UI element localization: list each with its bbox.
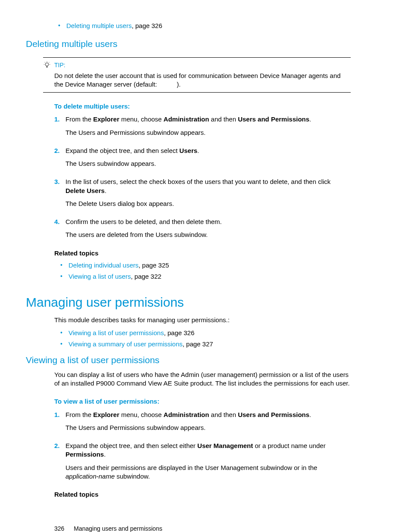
related-topics-heading: Related topics — [54, 490, 385, 499]
step-number: 1. — [54, 411, 65, 432]
related-topics-heading: Related topics — [54, 249, 385, 258]
related-topics-list: • Deleting individual users, page 325 • … — [60, 261, 385, 281]
ordered-list: 1. From the Explorer menu, choose Admini… — [54, 411, 385, 481]
ordered-list: 1. From the Explorer menu, choose Admini… — [54, 115, 385, 239]
step-text: From the Explorer menu, choose Administr… — [65, 115, 351, 124]
list-item: • Viewing a summary of user permissions,… — [60, 340, 385, 348]
link-deleting-multiple-users[interactable]: Deleting multiple users — [66, 22, 132, 29]
step-result: The Users subwindow appears. — [65, 159, 351, 168]
step-text: In the list of users, select the check b… — [65, 177, 351, 195]
link-viewing-list-user-permissions[interactable]: Viewing a list of user permissions — [68, 329, 164, 336]
tip-block: TIP: Do not delete the user account that… — [43, 57, 351, 93]
list-item: 1. From the Explorer menu, choose Admini… — [54, 411, 385, 432]
footer-chapter: Managing users and permissions — [74, 525, 162, 532]
section-heading-viewing-list-user-permissions: Viewing a list of user permissions — [26, 354, 385, 366]
section-intro: This module describes tasks for managing… — [54, 316, 385, 324]
list-item: 2. Expand the object tree, and then sele… — [54, 442, 385, 481]
svg-line-4 — [45, 62, 45, 62]
step-text: From the Explorer menu, choose Administr… — [65, 411, 351, 419]
step-result: The Users and Permissions subwindow appe… — [65, 128, 351, 137]
step-result: The users are deleted from the Users sub… — [65, 230, 351, 239]
list-item: 3. In the list of users, select the chec… — [54, 177, 385, 208]
lightbulb-icon — [43, 61, 52, 70]
tip-label: TIP: — [54, 61, 65, 69]
list-item: • Viewing a list of users, page 322 — [60, 272, 385, 281]
section-heading-deleting-multiple-users: Deleting multiple users — [26, 38, 385, 50]
page-ref: , page 322 — [131, 273, 162, 280]
bullet-icon: • — [60, 272, 62, 281]
step-number: 4. — [54, 218, 65, 240]
tip-body-text: Do not delete the user account that is u… — [54, 72, 351, 89]
list-item: 1. From the Explorer menu, choose Admini… — [54, 115, 385, 137]
bullet-icon: • — [58, 22, 60, 30]
step-result: Users and their permissions are displaye… — [65, 464, 351, 481]
divider — [43, 92, 351, 93]
step-number: 1. — [54, 115, 65, 137]
procedure-heading: To view a list of user permissions: — [54, 397, 385, 406]
link-deleting-individual-users[interactable]: Deleting individual users — [68, 261, 139, 269]
svg-line-5 — [49, 62, 50, 62]
step-number: 3. — [54, 177, 65, 208]
step-number: 2. — [54, 442, 65, 481]
list-item: • Viewing a list of user permissions, pa… — [60, 329, 385, 337]
step-result: The Users and Permissions subwindow appe… — [65, 423, 351, 432]
step-text: Expand the object tree, and then select … — [65, 146, 351, 155]
svg-point-0 — [45, 62, 49, 66]
step-number: 2. — [54, 146, 65, 168]
procedure-heading: To delete multiple users: — [54, 102, 385, 111]
bullet-icon: • — [60, 340, 62, 348]
list-item: 4. Confirm the users to be deleted, and … — [54, 218, 385, 240]
page-footer: 326 Managing users and permissions — [54, 525, 385, 532]
top-bullet-list: • Deleting multiple users, page 326 — [58, 22, 385, 30]
section-heading-managing-user-permissions: Managing user permissions — [26, 294, 385, 311]
section-intro: You can display a list of users who have… — [54, 370, 385, 388]
page-number: 326 — [54, 525, 64, 532]
step-text: Confirm the users to be deleted, and the… — [65, 218, 351, 226]
page-ref: , page 326 — [132, 22, 162, 29]
link-viewing-list-of-users[interactable]: Viewing a list of users — [68, 273, 131, 280]
list-item: 2. Expand the object tree, and then sele… — [54, 146, 385, 168]
page-ref: , page 326 — [164, 329, 194, 336]
link-viewing-summary-user-permissions[interactable]: Viewing a summary of user permissions — [68, 340, 183, 348]
list-item: • Deleting individual users, page 325 — [60, 261, 385, 270]
page-ref: , page 327 — [183, 340, 213, 348]
list-item: • Deleting multiple users, page 326 — [58, 22, 385, 30]
bullet-icon: • — [60, 329, 62, 337]
step-result: The Delete Users dialog box appears. — [65, 199, 351, 208]
step-text: Expand the object tree, and then select … — [65, 442, 351, 459]
page-ref: , page 325 — [139, 261, 169, 269]
bullet-icon: • — [60, 261, 62, 270]
section-bullet-list: • Viewing a list of user permissions, pa… — [60, 329, 385, 349]
